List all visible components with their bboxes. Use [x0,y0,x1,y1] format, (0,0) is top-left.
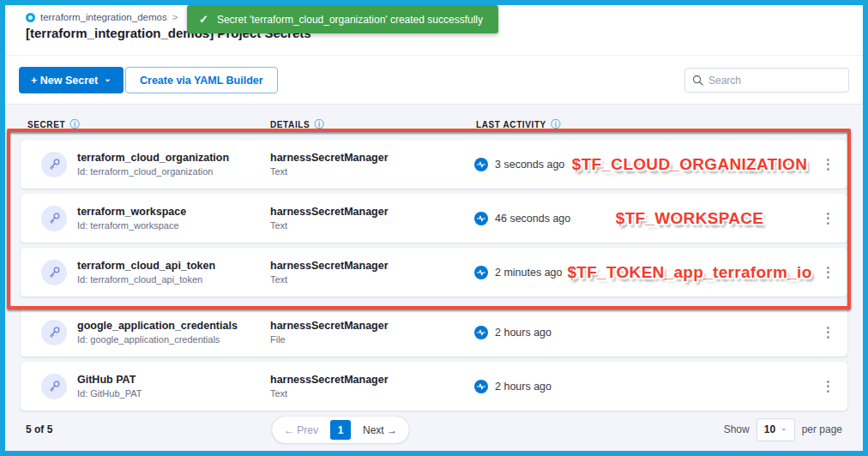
row-menu-button[interactable] [820,213,835,225]
table-row[interactable]: terraform_cloud_organization Id: terrafo… [21,140,847,189]
details-cell: harnessSecretManager Text [270,259,474,286]
secret-name: terraform_workspace [77,205,186,219]
app-window: terraform_integration_demos > [terraform… [0,0,868,456]
activity-text: 3 seconds ago [495,159,564,171]
activity-icon [474,212,488,225]
table-row[interactable]: GitHub PAT Id: GitHub_PAT harnessSecretM… [21,362,847,411]
secret-id: Id: google_application_credentials [77,333,238,346]
activity-icon [474,158,488,171]
activity-text: 2 hours ago [495,327,552,339]
chevron-down-icon: ⌄ [104,74,111,83]
column-header-last-activity: LAST ACTIVITY ⓘ [476,117,561,132]
page-number-button[interactable]: 1 [330,420,351,440]
toolbar: + New Secret ⌄ Create via YAML Builder [5,55,863,105]
info-icon[interactable]: ⓘ [551,117,561,132]
secret-id: Id: terraform_workspace [77,219,186,232]
secret-id: Id: GitHub_PAT [77,387,142,400]
secret-cell: GitHub PAT Id: GitHub_PAT [41,373,270,400]
column-header-details: DETAILS ⓘ [270,117,476,132]
show-label: Show [724,423,750,435]
details-cell: harnessSecretManager Text [270,205,474,232]
secret-type: Text [270,387,474,400]
table-row[interactable]: terraform_cloud_api_token Id: terraform_… [21,248,847,297]
key-icon [41,152,67,177]
secret-id: Id: terraform_cloud_api_token [77,273,215,286]
secret-cell: google_application_credentials Id: googl… [41,319,270,346]
secret-id: Id: terraform_cloud_organization [77,165,229,178]
search-box[interactable] [684,68,849,93]
secret-manager: harnessSecretManager [270,319,474,333]
check-icon: ✓ [199,13,208,26]
breadcrumb-project[interactable]: terraform_integration_demos [40,12,167,22]
breadcrumb[interactable]: terraform_integration_demos > [26,12,178,22]
yaml-builder-button[interactable]: Create via YAML Builder [125,67,278,93]
table-row[interactable]: google_application_credentials Id: googl… [21,308,847,357]
last-activity-cell: 46 seconds ago [474,212,820,225]
page-size-value: 10 [764,423,775,435]
info-icon[interactable]: ⓘ [69,117,80,132]
table-header-row: SECRET ⓘ DETAILS ⓘ LAST ACTIVITY ⓘ [21,109,847,140]
details-cell: harnessSecretManager Text [270,373,474,400]
key-icon [41,206,67,231]
activity-text: 46 seconds ago [495,213,570,225]
key-icon [41,320,67,345]
row-menu-button[interactable] [820,381,835,393]
secret-type: File [270,333,474,346]
last-activity-cell: 2 hours ago [474,380,820,393]
success-toast: ✓ Secret 'terraform_cloud_organization' … [187,5,498,33]
secret-name: terraform_cloud_api_token [77,259,215,273]
pagination: ← Prev 1 Next → [272,417,409,443]
row-menu-button[interactable] [820,327,835,339]
last-activity-cell: 2 minutes ago [474,266,820,279]
activity-icon [474,266,488,279]
activity-icon [474,326,488,339]
new-secret-button[interactable]: + New Secret ⌄ [19,67,124,93]
key-icon [41,374,67,399]
search-icon [692,75,703,86]
new-secret-label: + New Secret [31,75,98,87]
activity-icon [474,380,488,393]
secrets-table: SECRET ⓘ DETAILS ⓘ LAST ACTIVITY ⓘ terra… [5,105,863,451]
secret-type: Text [270,165,474,178]
row-menu-button[interactable] [820,159,835,171]
secret-manager: harnessSecretManager [270,205,474,219]
details-cell: harnessSecretManager Text [270,151,474,178]
secret-type: Text [270,219,474,232]
prev-page-button[interactable]: ← Prev [275,424,327,436]
page-size-select[interactable]: 10 ⌄ [756,418,795,441]
column-header-secret: SECRET ⓘ [27,117,270,132]
project-icon [26,13,35,22]
last-activity-cell: 3 seconds ago [474,158,820,171]
secret-name: google_application_credentials [77,319,238,333]
secret-cell: terraform_workspace Id: terraform_worksp… [41,205,270,232]
table-row[interactable]: terraform_workspace Id: terraform_worksp… [21,194,847,243]
secret-manager: harnessSecretManager [270,259,474,273]
breadcrumb-separator: > [172,12,178,22]
page-size-control: Show 10 ⌄ per page [724,418,842,441]
table-footer: 5 of 5 ← Prev 1 Next → Show 10 ⌄ per pag… [5,410,863,449]
secret-cell: terraform_cloud_api_token Id: terraform_… [41,259,270,286]
info-icon[interactable]: ⓘ [314,117,324,132]
details-cell: harnessSecretManager File [270,319,474,346]
key-icon [41,260,67,285]
secret-type: Text [270,273,474,286]
last-activity-cell: 2 hours ago [474,326,820,339]
activity-text: 2 hours ago [495,381,552,393]
chevron-down-icon: ⌄ [781,423,787,432]
secret-cell: terraform_cloud_organization Id: terrafo… [41,151,270,178]
per-page-label: per page [802,423,842,435]
search-input[interactable] [708,75,841,87]
secret-name: GitHub PAT [77,373,142,387]
activity-text: 2 minutes ago [495,267,563,279]
secret-manager: harnessSecretManager [270,373,474,387]
secret-manager: harnessSecretManager [270,151,474,165]
next-page-button[interactable]: Next → [354,424,406,436]
row-count: 5 of 5 [26,423,52,435]
row-menu-button[interactable] [820,267,835,279]
secret-name: terraform_cloud_organization [77,151,229,165]
toast-message: Secret 'terraform_cloud_organization' cr… [217,14,483,26]
